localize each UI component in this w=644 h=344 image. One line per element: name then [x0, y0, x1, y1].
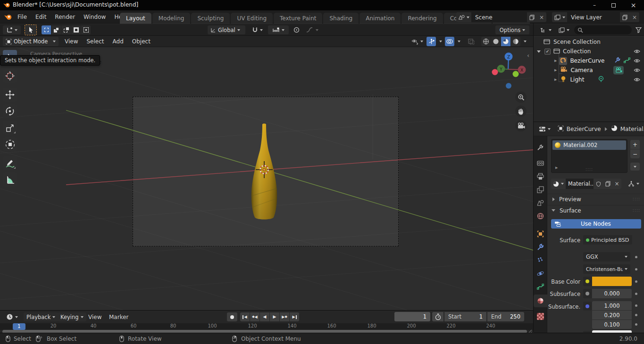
radius-y-field[interactable]: 0.200 — [592, 311, 632, 319]
subsurface-input-socket-button[interactable] — [583, 289, 592, 298]
preview-panel-header[interactable]: Preview :::: — [547, 194, 644, 204]
prev-keyframe-button[interactable]: ◆◀ — [250, 312, 259, 321]
axis-neg-y-ball[interactable] — [513, 71, 519, 77]
outliner-filter-button[interactable] — [634, 25, 643, 34]
overlays-dropdown[interactable] — [455, 37, 462, 46]
base-color-swatch[interactable] — [592, 277, 632, 286]
tab-sculpting[interactable]: Sculpting — [191, 13, 230, 24]
unlink-material-button[interactable]: × — [612, 179, 621, 189]
browse-material-dropdown[interactable] — [551, 179, 566, 189]
menu-render[interactable]: Render — [50, 10, 79, 24]
scene-browse-button[interactable] — [456, 12, 471, 22]
outliner-display-mode-dropdown[interactable] — [555, 25, 572, 34]
proportional-edit-toggle[interactable] — [292, 25, 301, 34]
select-mode-extend-button[interactable] — [51, 25, 61, 34]
toolbar-measure-tool[interactable] — [3, 172, 17, 187]
panel-grip[interactable]: :::: — [633, 209, 640, 212]
expand-arrow-icon[interactable] — [537, 50, 541, 53]
tab-animation[interactable]: Animation — [360, 13, 401, 24]
animate-dot[interactable] — [635, 268, 637, 270]
tab-material-active[interactable] — [534, 295, 547, 307]
tab-particles-icon[interactable] — [537, 257, 544, 265]
animate-dot[interactable] — [635, 314, 637, 316]
region-collapse-arrow[interactable]: ‹ — [527, 52, 529, 59]
tab-physics-icon[interactable] — [537, 270, 544, 278]
object-visibility-dropdown[interactable] — [409, 37, 426, 46]
xray-toggle[interactable] — [466, 37, 477, 46]
axis-neg-x-ball[interactable] — [492, 69, 498, 75]
new-material-button[interactable] — [603, 179, 612, 189]
playhead-marker[interactable]: 1 — [13, 323, 25, 330]
start-frame-field[interactable]: Start 1 — [444, 312, 486, 321]
outliner-editor-type-dropdown[interactable] — [537, 25, 554, 34]
snap-toggle-dropdown[interactable] — [248, 25, 266, 34]
tab-uv-editing[interactable]: UV Editing — [231, 13, 273, 24]
eye-icon[interactable] — [634, 77, 640, 82]
surface-shader-button[interactable]: Principled BSDF — [583, 235, 632, 245]
viewport-zoom-button[interactable] — [515, 91, 527, 103]
remove-material-slot-button[interactable]: − — [630, 149, 640, 158]
fake-user-shield-button[interactable] — [594, 179, 603, 189]
shading-rendered-button[interactable] — [511, 37, 520, 46]
select-mode-intersect-button[interactable] — [81, 25, 91, 34]
viewport-menu-select[interactable]: Select — [82, 36, 108, 47]
curve-data-icon[interactable] — [624, 57, 630, 65]
gizmos-toggle[interactable] — [427, 37, 436, 46]
view-layer-name-field[interactable]: View Layer — [567, 12, 620, 22]
timeline-view-menu[interactable]: View — [84, 311, 106, 323]
tab-texture-paint[interactable]: Texture Paint — [274, 13, 322, 24]
navigation-gizmo[interactable]: Z Y X — [490, 50, 529, 91]
radius-input-socket-button[interactable] — [583, 302, 592, 311]
surface-panel-header[interactable]: Surface :::: — [547, 205, 644, 215]
axis-neg-z-ball[interactable] — [506, 83, 511, 89]
select-box-tool-button[interactable] — [25, 25, 37, 35]
viewport-menu-add[interactable]: Add — [109, 36, 128, 47]
camera-data-icon[interactable] — [613, 66, 624, 74]
jump-to-end-button[interactable]: ▶ — [290, 312, 299, 321]
viewport-pan-button[interactable] — [515, 106, 527, 117]
next-keyframe-button[interactable]: ▶◆ — [280, 312, 289, 321]
animate-dot[interactable] — [635, 304, 637, 307]
breadcrumb-object-label[interactable]: BezierCurve — [567, 126, 601, 132]
use-nodes-button[interactable]: Use Nodes — [551, 219, 641, 229]
transform-orientation-dropdown[interactable]: Global — [208, 25, 245, 34]
viewport-3d[interactable]: Camera Perspective (1) Collection | Bezi… — [0, 47, 533, 310]
tab-output-icon[interactable] — [537, 173, 544, 181]
outliner-row-collection[interactable]: ✓ Collection — [534, 47, 644, 56]
toolbar-cursor-tool[interactable] — [3, 69, 17, 83]
subsurface-value-slider[interactable]: 0.000 — [592, 289, 632, 298]
modifier-wrench-icon[interactable] — [614, 57, 620, 65]
gizmos-dropdown[interactable] — [437, 37, 444, 46]
shading-material-button[interactable] — [501, 37, 510, 46]
menu-file[interactable]: File — [13, 10, 31, 24]
material-name-field[interactable]: Material... — [566, 179, 594, 189]
tab-view-layer-icon[interactable] — [537, 186, 544, 195]
maximize-button[interactable] — [604, 0, 623, 10]
scene-name-field[interactable]: Scene — [471, 12, 527, 22]
material-link-dropdown[interactable] — [626, 179, 641, 189]
outliner-row-scene-collection[interactable]: Scene Collection — [534, 37, 644, 47]
current-frame-field[interactable]: 1 — [394, 312, 430, 321]
keying-menu[interactable]: Keying — [58, 312, 86, 321]
expand-arrow-icon[interactable]: ▶ — [554, 78, 557, 82]
tab-tool-icon[interactable] — [537, 144, 544, 152]
minimize-button[interactable]: – — [585, 0, 604, 10]
timeline-ruler[interactable]: 20 40 60 80 100 120 140 160 180 200 220 … — [0, 323, 533, 330]
proportional-falloff-dropdown[interactable] — [303, 25, 322, 34]
tab-layout[interactable]: Layout — [120, 13, 151, 24]
tab-render-icon[interactable] — [537, 160, 544, 168]
new-scene-button[interactable] — [527, 12, 537, 22]
active-tool-dropdown[interactable] — [3, 25, 21, 34]
expand-arrow-icon[interactable]: ▶ — [554, 59, 557, 63]
outliner-row-light[interactable]: ▶ Light — [534, 75, 644, 84]
new-view-layer-button[interactable] — [620, 12, 630, 22]
animate-dot[interactable] — [635, 293, 637, 295]
collection-checkbox[interactable]: ✓ — [544, 49, 551, 55]
properties-editor-type-dropdown[interactable] — [536, 124, 553, 134]
add-material-slot-button[interactable]: + — [630, 140, 640, 149]
radius-z-field[interactable]: 0.100 — [592, 320, 632, 329]
sss-method-dropdown[interactable]: Christensen-Bur... — [583, 264, 630, 274]
toolbar-scale-tool[interactable] — [3, 121, 17, 135]
record-button[interactable] — [227, 312, 237, 321]
distribution-dropdown[interactable]: GGX — [583, 252, 630, 262]
